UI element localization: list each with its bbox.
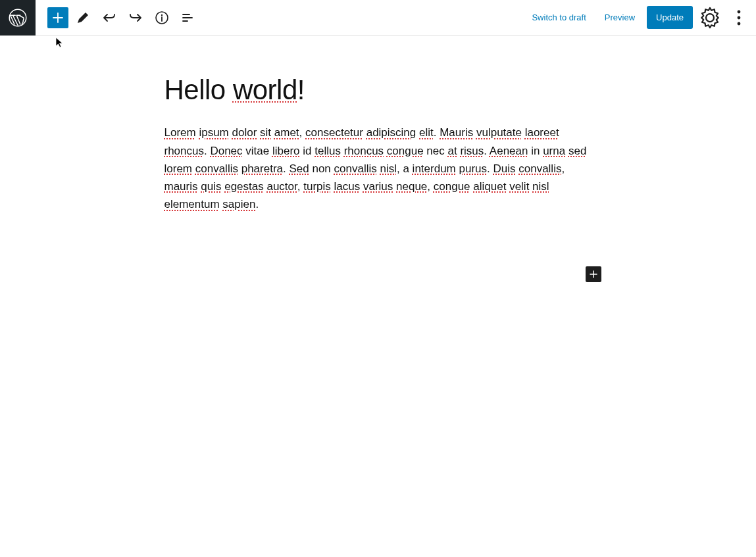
more-options-button[interactable] xyxy=(727,6,751,30)
title-text-plain: Hello xyxy=(164,74,233,105)
block-inserter-button[interactable] xyxy=(47,7,68,28)
right-toolbar-group: Switch to draft Preview Update xyxy=(525,6,756,30)
pencil-icon xyxy=(75,10,91,26)
undo-icon xyxy=(101,10,117,26)
editor-toolbar: Switch to draft Preview Update xyxy=(0,0,756,36)
list-view-icon xyxy=(180,10,196,26)
update-button[interactable]: Update xyxy=(647,6,693,29)
undo-button[interactable] xyxy=(97,6,121,30)
title-text-misspell: world xyxy=(233,74,297,105)
left-toolbar-group xyxy=(47,6,200,30)
mouse-cursor-icon xyxy=(55,37,64,49)
add-block-button[interactable] xyxy=(586,266,601,282)
settings-button[interactable] xyxy=(698,6,722,30)
wordpress-icon xyxy=(8,8,28,28)
title-text-tail: ! xyxy=(297,74,305,105)
plus-icon xyxy=(587,268,600,281)
svg-point-5 xyxy=(738,22,741,25)
preview-button[interactable]: Preview xyxy=(598,7,642,28)
redo-button[interactable] xyxy=(124,6,147,30)
document-info-button[interactable] xyxy=(150,6,174,30)
post-paragraph[interactable]: Lorem ipsum dolor sit amet, consectetur … xyxy=(164,124,592,213)
post-title[interactable]: Hello world! xyxy=(164,74,592,107)
wordpress-logo[interactable] xyxy=(0,0,36,36)
svg-point-4 xyxy=(738,16,741,19)
gear-icon xyxy=(698,6,722,30)
redo-icon xyxy=(128,10,143,26)
editor-content: Hello world! Lorem ipsum dolor sit amet,… xyxy=(164,74,592,213)
switch-to-draft-button[interactable]: Switch to draft xyxy=(525,7,592,28)
edit-tool-button[interactable] xyxy=(71,6,95,30)
plus-icon xyxy=(50,10,66,26)
kebab-icon xyxy=(727,6,751,30)
outline-button[interactable] xyxy=(176,6,200,30)
info-icon xyxy=(154,10,170,26)
svg-point-3 xyxy=(738,10,741,13)
svg-point-2 xyxy=(161,14,163,15)
